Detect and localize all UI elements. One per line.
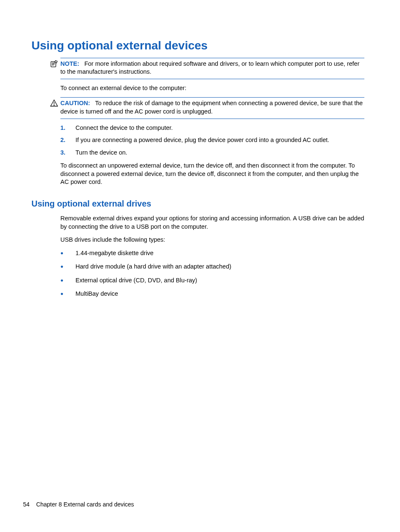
- list-item: ●MultiBay device: [60, 290, 364, 298]
- bullet-text: Hard drive module (a hard drive with an …: [75, 263, 231, 271]
- bullet-icon: ●: [60, 249, 75, 258]
- list-item: ●1.44-megabyte diskette drive: [60, 249, 364, 258]
- disconnect-text: To disconnect an unpowered external devi…: [60, 162, 364, 186]
- step-number: 1.: [60, 124, 75, 132]
- bullet-icon: ●: [60, 290, 75, 298]
- list-item: ●Hard drive module (a hard drive with an…: [60, 263, 364, 271]
- bullet-icon: ●: [60, 276, 75, 285]
- note-text: For more information about required soft…: [60, 60, 359, 75]
- steps-list: 1.Connect the device to the computer. 2.…: [60, 124, 364, 157]
- note-callout: NOTE: For more information about require…: [60, 58, 364, 79]
- page-footer: 54 Chapter 8 External cards and devices: [23, 501, 134, 509]
- step-text: Connect the device to the computer.: [75, 124, 173, 132]
- bullet-text: External optical drive (CD, DVD, and Blu…: [75, 276, 197, 285]
- bullet-icon: ●: [60, 263, 75, 271]
- caution-text: To reduce the risk of damage to the equi…: [60, 100, 363, 115]
- step-text: Turn the device on.: [75, 149, 127, 157]
- note-label: NOTE:: [60, 60, 79, 67]
- section-heading: Using optional external drives: [31, 198, 364, 209]
- list-item: ●External optical drive (CD, DVD, and Bl…: [60, 276, 364, 285]
- note-icon: [50, 59, 59, 69]
- step-number: 3.: [60, 149, 75, 157]
- bullet-text: MultiBay device: [75, 290, 118, 298]
- intro-text: To connect an external device to the com…: [60, 84, 364, 93]
- bullet-list: ●1.44-megabyte diskette drive ●Hard driv…: [60, 249, 364, 298]
- svg-point-2: [54, 105, 54, 106]
- caution-icon: [50, 99, 59, 108]
- step-item: 2.If you are connecting a powered device…: [60, 136, 364, 145]
- drives-sub-text: USB drives include the following types:: [60, 236, 364, 244]
- step-number: 2.: [60, 136, 75, 145]
- page-title: Using optional external devices: [31, 38, 364, 54]
- step-item: 1.Connect the device to the computer.: [60, 124, 364, 132]
- caution-label: CAUTION:: [60, 100, 90, 106]
- caution-callout: CAUTION: To reduce the risk of damage to…: [60, 97, 364, 119]
- step-text: If you are connecting a powered device, …: [75, 136, 329, 145]
- page-number: 54: [23, 501, 30, 508]
- step-item: 3.Turn the device on.: [60, 149, 364, 157]
- chapter-label: Chapter 8 External cards and devices: [36, 501, 134, 508]
- drives-intro-text: Removable external drives expand your op…: [60, 214, 364, 231]
- bullet-text: 1.44-megabyte diskette drive: [75, 249, 153, 258]
